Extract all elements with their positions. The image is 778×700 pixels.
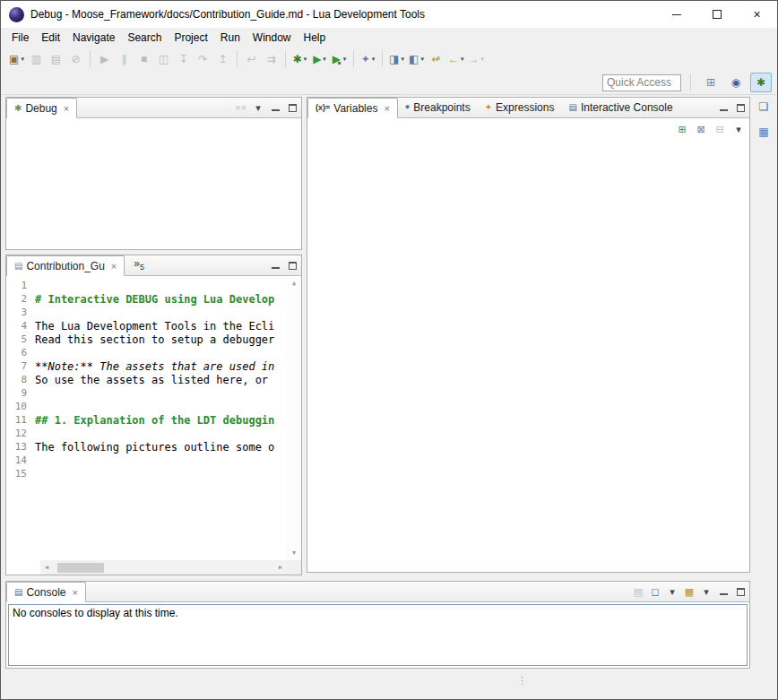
menu-run[interactable]: Run [214,29,246,47]
editor-line-11[interactable]: 11## 1. Explanation of the LDT debuggin [6,413,287,427]
title-bar[interactable]: Debug - Moose_Framework/docs/Contributio… [1,1,777,28]
show-columns-icon[interactable]: ⊠ [696,122,706,136]
tab-contribution-guide[interactable]: ▤ Contribution_Gu × [6,255,125,276]
run-button[interactable]: ▶▾ [310,49,329,69]
back-button[interactable]: ←▾ [446,49,466,69]
forward-button[interactable]: →▾ [467,49,487,69]
restore-minimized-view-icon[interactable]: ❏ [754,98,774,116]
variables-view-content[interactable] [307,118,749,572]
open-type-button[interactable]: ◨▾ [387,49,406,69]
step-into-button[interactable]: ↧ [174,49,193,69]
minimize-view-icon[interactable] [718,584,729,599]
editor-line-1[interactable]: 1 [6,279,287,292]
maximize-view-icon[interactable] [287,258,298,272]
editor-line-7[interactable]: 7**Note:** The assets that are used in [6,359,287,373]
display-selected-console-icon[interactable]: ◻ [650,584,661,599]
editor-line-9[interactable]: 9 [6,386,287,400]
new-wizard-button[interactable]: ▣▾ [7,49,26,69]
terminate-button[interactable]: ■ [134,49,153,69]
tab-console[interactable]: ▤ Console × [6,582,86,602]
tab-variables[interactable]: (x)= Variables × [307,98,398,118]
step-over-button[interactable]: ↷ [194,49,212,69]
step-return-button[interactable]: ↥ [213,49,232,69]
debug-dropdown-icon[interactable]: ▾ [304,56,307,63]
scroll-left-icon[interactable]: ◀ [40,564,53,571]
close-icon[interactable]: × [72,587,77,598]
external-tools-dropdown-icon[interactable]: ▾ [343,56,347,63]
menu-navigate[interactable]: Navigate [66,29,121,47]
drop-to-frame-button[interactable]: ↩ [242,49,261,69]
tab-expressions[interactable]: ✦ Expressions [478,97,562,117]
close-icon[interactable]: × [384,103,389,114]
minimize-view-icon[interactable] [270,100,281,115]
view-menu-icon[interactable]: ▾ [253,100,264,115]
save-all-button[interactable]: ▤ [47,49,65,69]
menu-edit[interactable]: Edit [35,29,66,47]
save-button[interactable]: ▥ [27,49,46,69]
maximize-view-icon[interactable] [287,100,298,115]
menu-file[interactable]: File [5,29,35,47]
debug-perspective-button[interactable]: ✱ [750,73,772,92]
open-task-dropdown-icon[interactable]: ▾ [372,56,376,63]
scroll-right-icon[interactable]: ▶ [274,564,287,571]
editor-lines[interactable]: 12# Interactive DEBUG using Lua Develop3… [6,276,287,560]
editor-line-14[interactable]: 14 [6,454,287,467]
show-logical-structures-icon[interactable]: ⊞ [677,122,687,136]
open-console-icon[interactable]: ▦ [684,584,695,599]
menu-window[interactable]: Window [246,29,298,47]
use-step-filters-button[interactable]: ⇉ [262,49,281,69]
resume-button[interactable]: ▶ [95,49,114,69]
close-button[interactable]: × [737,1,777,28]
skip-all-breakpoints-button[interactable]: ⊘ [66,49,85,69]
last-edit-location-button[interactable]: ↫ [427,49,445,69]
debug-view-content[interactable] [6,118,301,249]
collapse-all-icon[interactable]: ⊟ [714,122,725,136]
tab-breakpoints[interactable]: ● Breakpoints [398,97,478,117]
minimize-button[interactable] [656,1,696,28]
statusbar-grip-icon[interactable]: ⋮ [517,675,526,687]
suspend-button[interactable]: ∥ [115,49,134,69]
horizontal-scrollbar[interactable]: ◀ ▶ [40,560,287,575]
maximize-view-icon[interactable] [735,584,746,599]
disconnect-button[interactable]: ◫ [154,49,173,69]
ldt-perspective-button[interactable]: ◉ [725,73,747,92]
open-task-button[interactable]: ✦▾ [359,49,377,69]
editor-line-5[interactable]: 5Read this section to setup a debugger [6,333,287,346]
close-icon[interactable]: × [111,261,117,272]
tab-interactive-console[interactable]: ▤ Interactive Console [561,97,679,117]
editor-line-3[interactable]: 3 [6,306,287,319]
display-console-dropdown-icon[interactable]: ▾ [667,584,678,599]
annotation-navigation-dropdown-icon[interactable]: ▾ [420,56,424,63]
minimize-view-icon[interactable] [270,258,281,272]
editor-line-6[interactable]: 6 [6,346,287,359]
pin-console-icon[interactable]: ▤ [633,584,644,599]
maximize-view-icon[interactable] [735,100,746,115]
open-perspective-button[interactable]: ⊞ [700,73,722,92]
scroll-down-icon[interactable]: ▼ [292,546,296,560]
maximize-button[interactable] [696,1,737,28]
editor-line-12[interactable]: 12 [6,427,287,440]
annotation-navigation-button[interactable]: ◧▾ [407,49,426,69]
vertical-scrollbar[interactable]: ▲ ▼ [287,276,301,560]
editor-line-4[interactable]: 4The Lua Development Tools in the Ecli [6,319,287,333]
editor-tab-overflow-button[interactable]: » 5 [134,257,144,275]
menu-project[interactable]: Project [168,29,213,47]
back-dropdown-icon[interactable]: ▾ [461,56,464,63]
editor-line-8[interactable]: 8So use the assets as listed here, or [6,373,287,386]
new-wizard-dropdown-icon[interactable]: ▾ [21,56,24,63]
menu-help[interactable]: Help [298,29,333,47]
open-type-dropdown-icon[interactable]: ▾ [401,56,404,63]
editor-line-13[interactable]: 13The following pictures outline some o [6,440,287,454]
scrollbar-thumb[interactable] [57,563,104,573]
minimized-outline-view-icon[interactable]: ▦ [754,123,774,141]
close-icon[interactable]: × [64,103,69,114]
remove-all-terminated-icon[interactable]: ×× [235,100,246,115]
editor-line-10[interactable]: 10 [6,400,287,413]
console-message-area[interactable]: No consoles to display at this time. [8,604,748,666]
external-tools-button[interactable]: ▶■▾ [330,49,349,69]
debug-button[interactable]: ✱▾ [290,49,309,69]
editor-line-15[interactable]: 15 [6,467,287,480]
scroll-up-icon[interactable]: ▲ [292,276,296,290]
editor-line-2[interactable]: 2# Interactive DEBUG using Lua Develop [6,292,287,306]
tab-debug[interactable]: ✱ Debug × [6,98,77,118]
